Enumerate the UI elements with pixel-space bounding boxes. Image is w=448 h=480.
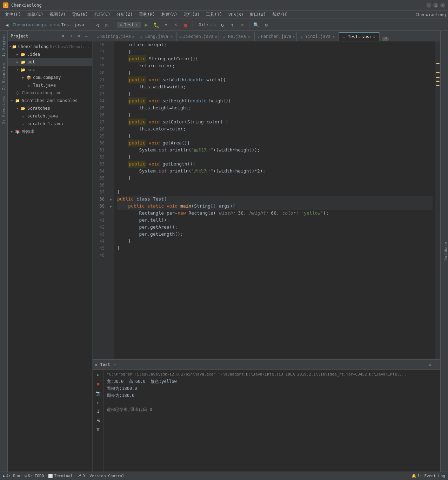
menu-run[interactable]: 运行(U) bbox=[181, 11, 203, 18]
close-button[interactable]: ✕ bbox=[440, 3, 445, 8]
title-bar: ♦ Chenxiaolong ─ □ ✕ bbox=[0, 0, 448, 11]
toolbar-nav-back[interactable]: ◁ bbox=[93, 21, 101, 29]
debug-button[interactable]: 🐛 bbox=[152, 21, 160, 29]
menu-code[interactable]: 代码(C) bbox=[92, 11, 113, 18]
run-stop-button[interactable]: ■ bbox=[94, 380, 102, 388]
git-push-button[interactable]: ↑ bbox=[228, 21, 236, 29]
tab-close-ruining[interactable]: ✕ bbox=[132, 34, 134, 39]
run-button[interactable]: ▶ bbox=[142, 21, 151, 29]
run-restart-button[interactable]: ▶ bbox=[94, 371, 102, 379]
project-panel-tab[interactable]: 1: Project bbox=[0, 31, 7, 60]
profile-button[interactable]: ⚡ bbox=[172, 21, 180, 29]
tab-close-long[interactable]: ✕ bbox=[169, 34, 174, 39]
maximize-button[interactable]: □ bbox=[433, 3, 438, 8]
code-line-27: public void setColor(String color) { bbox=[117, 119, 433, 126]
tab-jiechen[interactable]: ☕ Jiechen.java ✕ bbox=[177, 32, 219, 41]
statusbar-terminal[interactable]: ⬜ Terminal bbox=[48, 474, 73, 478]
toolbar-nav-forward[interactable]: ▷ bbox=[103, 21, 111, 29]
tab-close-fanzhen[interactable]: ✕ bbox=[293, 34, 295, 39]
tab-close-test[interactable]: ✕ bbox=[372, 35, 376, 39]
tab-overflow-count: +2 bbox=[382, 37, 389, 41]
code-line-45: } bbox=[117, 245, 433, 252]
tab-close-yinzi[interactable]: ✕ bbox=[332, 34, 336, 39]
run-wrap-button[interactable]: ↵ bbox=[94, 398, 102, 406]
statusbar-event-log[interactable]: 🔔 1: Event Log bbox=[412, 474, 445, 478]
stop-button[interactable]: ■ bbox=[181, 21, 190, 29]
tree-item-iml[interactable]: ⬡ Chenxiaolong.iml bbox=[8, 89, 92, 97]
run-snapshot-button[interactable]: 📷 bbox=[94, 389, 102, 397]
tree-item-scratch1[interactable]: ☕ scratch.java bbox=[8, 112, 92, 120]
package-icon: 📦 bbox=[26, 75, 32, 80]
tab-ruining[interactable]: ☕ Ruining.java ✕ bbox=[94, 32, 136, 41]
run-scroll-end-button[interactable]: ⤓ bbox=[94, 407, 102, 415]
tree-item-external-libs[interactable]: ▶ 📚 外部库 bbox=[8, 128, 92, 135]
tree-item-testjava[interactable]: ☕ Test.java bbox=[8, 81, 92, 89]
menu-edit[interactable]: 编辑(E) bbox=[25, 11, 46, 18]
tab-close-he[interactable]: ✕ bbox=[247, 34, 252, 39]
tree-item-chenxiaolong[interactable]: ▾ 📁 Chenxiaolong D:\Java\Chenxi... bbox=[8, 43, 92, 50]
code-text[interactable]: return height; } public String getColor(… bbox=[114, 41, 435, 359]
sidebar-collapse-button[interactable]: ⊟ bbox=[68, 33, 74, 39]
menu-vcs[interactable]: VCS(S) bbox=[226, 12, 246, 18]
tree-item-scratches[interactable]: ▾ 📂 Scratches bbox=[8, 104, 92, 112]
run-delete-button[interactable]: 🗑 bbox=[94, 426, 102, 433]
statusbar-todo[interactable]: ☑ 6: TODO bbox=[24, 474, 44, 478]
run-config-arrow: ▾ bbox=[135, 22, 138, 27]
coverage-button[interactable]: ☂ bbox=[162, 21, 170, 29]
run-gutter-39[interactable]: ▶ bbox=[110, 204, 112, 208]
tab-test[interactable]: ☕ Test.java ✕ bbox=[339, 32, 380, 41]
statusbar-run[interactable]: ▶ 4: Run bbox=[3, 474, 20, 478]
run-minimize-button[interactable]: — bbox=[435, 362, 437, 367]
git-update-button[interactable]: ↻ bbox=[218, 21, 227, 29]
structure-panel-tab[interactable]: Z: Structure bbox=[0, 60, 7, 93]
menu-help[interactable]: 帮助(H) bbox=[269, 11, 291, 18]
scratch1-icon: ☕ bbox=[20, 113, 26, 119]
menu-bar: 文件(F) 编辑(E) 视图(V) 导航(N) 代码(C) 分析(Z) 重构(R… bbox=[0, 11, 448, 19]
tab-he[interactable]: ☕ He.java ✕ bbox=[219, 32, 255, 41]
run-close-button[interactable]: ✕ bbox=[112, 361, 118, 367]
menu-view[interactable]: 视图(V) bbox=[47, 11, 68, 18]
tab-yinzi[interactable]: ☕ Yinzi.java ✕ bbox=[297, 32, 339, 41]
sidebar-settings-button[interactable]: ⚙ bbox=[75, 33, 82, 39]
tree-item-scratch2[interactable]: ☕ scratch_1.java bbox=[8, 120, 92, 128]
breadcrumb-project[interactable]: Chenxiaolong bbox=[13, 22, 43, 27]
menu-tools[interactable]: 工具(T) bbox=[203, 11, 225, 18]
search-everywhere-button[interactable]: 🔍 bbox=[252, 21, 261, 29]
tree-item-src[interactable]: ▾ 📂 src bbox=[8, 66, 92, 74]
git-history-button[interactable]: ⊙ bbox=[238, 21, 246, 29]
tab-close-jiechen[interactable]: ✕ bbox=[215, 34, 217, 39]
tab-fanzhen[interactable]: ☕ Fanzhen.java ✕ bbox=[255, 32, 297, 41]
statusbar-vcs[interactable]: ⎇ 9: Version Control bbox=[77, 474, 124, 478]
favorites-panel-tab[interactable]: 2: Favorites bbox=[0, 93, 7, 127]
menu-refactor[interactable]: 重构(R) bbox=[136, 11, 158, 18]
run-config-selector[interactable]: ▶ Test ▾ bbox=[117, 22, 141, 28]
code-line-38: public class Test{ bbox=[117, 196, 433, 203]
run-gutter-38[interactable]: ▶ bbox=[110, 197, 112, 201]
tab-overflow[interactable]: +2 bbox=[380, 37, 391, 41]
tab-long[interactable]: ☕ Long.java ✕ bbox=[136, 32, 177, 41]
breadcrumb-src[interactable]: src bbox=[48, 22, 56, 27]
sidebar-hide-button[interactable]: — bbox=[83, 33, 89, 39]
run-print-button[interactable]: 🖨 bbox=[94, 417, 102, 424]
menu-file[interactable]: 文件(F) bbox=[2, 11, 24, 18]
run-status-label: 4: Run bbox=[6, 474, 20, 478]
status-bar: ▶ 4: Run ☑ 6: TODO ⬜ Terminal ⎇ 9: Versi… bbox=[0, 472, 448, 480]
menu-build[interactable]: 构建(A) bbox=[159, 11, 180, 18]
run-output-blank bbox=[107, 399, 437, 406]
sidebar-locate-button[interactable]: ⊕ bbox=[60, 33, 66, 39]
tree-item-out[interactable]: ▶ 📁 out bbox=[8, 58, 92, 66]
tree-item-idea[interactable]: ▶ 📂 .idea bbox=[8, 50, 92, 58]
minimize-button[interactable]: ─ bbox=[426, 3, 431, 8]
run-settings-button[interactable]: ⚙ bbox=[429, 362, 432, 367]
settings-button[interactable]: ⚙ bbox=[262, 21, 270, 29]
database-panel[interactable]: Database bbox=[440, 31, 448, 472]
menu-analyze[interactable]: 分析(Z) bbox=[114, 11, 135, 18]
code-line-31: System.out.println("面积为:"+(width*height)… bbox=[117, 147, 433, 154]
back-button[interactable]: ◀ bbox=[3, 21, 11, 29]
menu-window[interactable]: 窗口(W) bbox=[247, 11, 269, 18]
code-line-40: Rectangle per=new Rectangle( width: 30, … bbox=[117, 210, 433, 217]
tree-item-scratches-consoles[interactable]: ▾ 📁 Scratches and Consoles bbox=[8, 97, 92, 104]
menu-navigate[interactable]: 导航(N) bbox=[69, 11, 91, 18]
tree-item-com[interactable]: ▶ 📦 com.company bbox=[8, 74, 92, 81]
code-line-43: per.getLength(); bbox=[117, 231, 433, 238]
